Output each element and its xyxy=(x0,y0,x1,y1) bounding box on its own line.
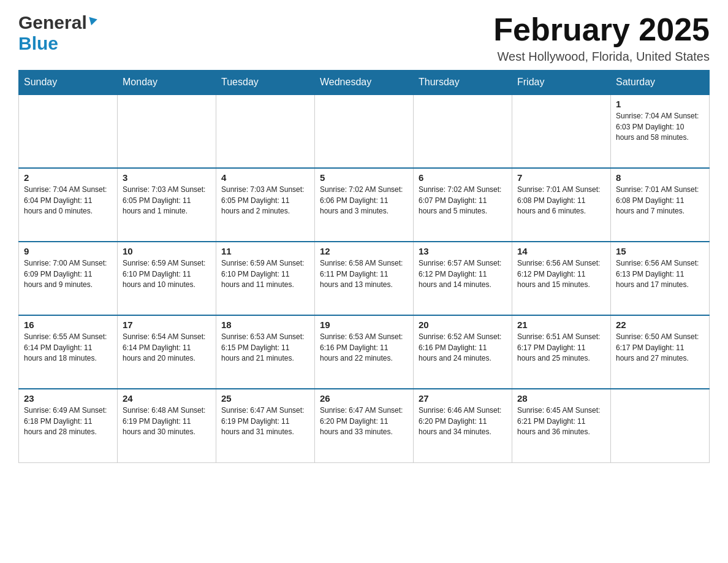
calendar-cell: 16Sunrise: 6:55 AM Sunset: 6:14 PM Dayli… xyxy=(19,315,118,389)
col-sunday: Sunday xyxy=(19,71,118,95)
title-area: February 2025 West Hollywood, Florida, U… xyxy=(493,12,710,64)
calendar-cell: 2Sunrise: 7:04 AM Sunset: 6:04 PM Daylig… xyxy=(19,168,118,242)
calendar-cell: 11Sunrise: 6:59 AM Sunset: 6:10 PM Dayli… xyxy=(216,242,315,315)
day-number: 6 xyxy=(419,172,507,183)
day-number: 5 xyxy=(320,172,408,183)
day-info: Sunrise: 6:52 AM Sunset: 6:16 PM Dayligh… xyxy=(419,332,507,364)
day-number: 23 xyxy=(24,393,112,404)
week-row-1: 1Sunrise: 7:04 AM Sunset: 6:03 PM Daylig… xyxy=(19,94,710,168)
day-info: Sunrise: 6:59 AM Sunset: 6:10 PM Dayligh… xyxy=(123,258,211,290)
calendar-cell xyxy=(118,94,216,168)
page-header: General Blue February 2025 West Hollywoo… xyxy=(18,12,710,64)
day-info: Sunrise: 6:49 AM Sunset: 6:18 PM Dayligh… xyxy=(24,405,112,437)
day-number: 11 xyxy=(221,246,309,256)
day-number: 15 xyxy=(616,246,704,256)
day-number: 28 xyxy=(517,393,605,404)
logo: General Blue xyxy=(18,12,99,54)
day-info: Sunrise: 7:02 AM Sunset: 6:06 PM Dayligh… xyxy=(320,185,408,216)
day-number: 27 xyxy=(419,393,507,404)
calendar-cell xyxy=(216,94,315,168)
calendar-cell: 5Sunrise: 7:02 AM Sunset: 6:06 PM Daylig… xyxy=(315,168,414,242)
day-info: Sunrise: 6:57 AM Sunset: 6:12 PM Dayligh… xyxy=(419,258,507,290)
calendar-cell: 26Sunrise: 6:47 AM Sunset: 6:20 PM Dayli… xyxy=(315,389,414,462)
calendar-cell xyxy=(315,94,414,168)
calendar-cell: 23Sunrise: 6:49 AM Sunset: 6:18 PM Dayli… xyxy=(19,389,118,462)
day-info: Sunrise: 6:46 AM Sunset: 6:20 PM Dayligh… xyxy=(419,405,507,437)
day-info: Sunrise: 7:01 AM Sunset: 6:08 PM Dayligh… xyxy=(616,185,704,216)
day-number: 2 xyxy=(24,172,112,183)
calendar-cell: 12Sunrise: 6:58 AM Sunset: 6:11 PM Dayli… xyxy=(315,242,414,315)
day-info: Sunrise: 7:03 AM Sunset: 6:05 PM Dayligh… xyxy=(123,185,211,216)
day-number: 21 xyxy=(517,320,605,330)
calendar-cell: 28Sunrise: 6:45 AM Sunset: 6:21 PM Dayli… xyxy=(512,389,611,462)
day-number: 8 xyxy=(616,172,704,183)
calendar-cell: 27Sunrise: 6:46 AM Sunset: 6:20 PM Dayli… xyxy=(414,389,512,462)
calendar-cell xyxy=(19,94,118,168)
day-number: 14 xyxy=(517,246,605,256)
day-info: Sunrise: 6:48 AM Sunset: 6:19 PM Dayligh… xyxy=(123,405,211,437)
month-title: February 2025 xyxy=(493,12,710,47)
day-info: Sunrise: 6:54 AM Sunset: 6:14 PM Dayligh… xyxy=(123,332,211,364)
day-number: 10 xyxy=(123,246,211,256)
day-number: 4 xyxy=(221,172,309,183)
day-info: Sunrise: 6:45 AM Sunset: 6:21 PM Dayligh… xyxy=(517,405,605,437)
day-number: 20 xyxy=(419,320,507,330)
col-friday: Friday xyxy=(512,71,611,95)
col-wednesday: Wednesday xyxy=(315,71,414,95)
calendar-cell: 9Sunrise: 7:00 AM Sunset: 6:09 PM Daylig… xyxy=(19,242,118,315)
col-thursday: Thursday xyxy=(414,71,512,95)
week-row-3: 9Sunrise: 7:00 AM Sunset: 6:09 PM Daylig… xyxy=(19,242,710,315)
calendar-cell: 7Sunrise: 7:01 AM Sunset: 6:08 PM Daylig… xyxy=(512,168,611,242)
week-row-2: 2Sunrise: 7:04 AM Sunset: 6:04 PM Daylig… xyxy=(19,168,710,242)
day-number: 7 xyxy=(517,172,605,183)
day-number: 1 xyxy=(616,99,704,109)
calendar-cell: 20Sunrise: 6:52 AM Sunset: 6:16 PM Dayli… xyxy=(414,315,512,389)
day-info: Sunrise: 6:50 AM Sunset: 6:17 PM Dayligh… xyxy=(616,332,704,364)
day-info: Sunrise: 7:04 AM Sunset: 6:03 PM Dayligh… xyxy=(616,111,704,143)
col-tuesday: Tuesday xyxy=(216,71,315,95)
logo-general-text: General xyxy=(18,12,87,33)
week-row-4: 16Sunrise: 6:55 AM Sunset: 6:14 PM Dayli… xyxy=(19,315,710,389)
logo-arrow-icon xyxy=(88,15,99,28)
day-info: Sunrise: 6:53 AM Sunset: 6:15 PM Dayligh… xyxy=(221,332,309,364)
calendar-cell: 24Sunrise: 6:48 AM Sunset: 6:19 PM Dayli… xyxy=(118,389,216,462)
day-number: 9 xyxy=(24,246,112,256)
day-number: 13 xyxy=(419,246,507,256)
calendar-cell: 13Sunrise: 6:57 AM Sunset: 6:12 PM Dayli… xyxy=(414,242,512,315)
calendar-cell: 21Sunrise: 6:51 AM Sunset: 6:17 PM Dayli… xyxy=(512,315,611,389)
day-number: 22 xyxy=(616,320,704,330)
calendar-cell: 22Sunrise: 6:50 AM Sunset: 6:17 PM Dayli… xyxy=(611,315,710,389)
week-row-5: 23Sunrise: 6:49 AM Sunset: 6:18 PM Dayli… xyxy=(19,389,710,462)
day-number: 16 xyxy=(24,320,112,330)
calendar-cell: 18Sunrise: 6:53 AM Sunset: 6:15 PM Dayli… xyxy=(216,315,315,389)
logo-blue-text: Blue xyxy=(18,33,58,53)
day-number: 19 xyxy=(320,320,408,330)
day-number: 24 xyxy=(123,393,211,404)
calendar-cell: 8Sunrise: 7:01 AM Sunset: 6:08 PM Daylig… xyxy=(611,168,710,242)
day-number: 18 xyxy=(221,320,309,330)
day-info: Sunrise: 6:58 AM Sunset: 6:11 PM Dayligh… xyxy=(320,258,408,290)
calendar-cell: 17Sunrise: 6:54 AM Sunset: 6:14 PM Dayli… xyxy=(118,315,216,389)
calendar-cell xyxy=(512,94,611,168)
calendar-cell: 19Sunrise: 6:53 AM Sunset: 6:16 PM Dayli… xyxy=(315,315,414,389)
col-monday: Monday xyxy=(118,71,216,95)
col-saturday: Saturday xyxy=(611,71,710,95)
day-info: Sunrise: 7:00 AM Sunset: 6:09 PM Dayligh… xyxy=(24,258,112,290)
day-info: Sunrise: 6:59 AM Sunset: 6:10 PM Dayligh… xyxy=(221,258,309,290)
calendar-cell: 4Sunrise: 7:03 AM Sunset: 6:05 PM Daylig… xyxy=(216,168,315,242)
day-number: 26 xyxy=(320,393,408,404)
day-info: Sunrise: 6:47 AM Sunset: 6:19 PM Dayligh… xyxy=(221,405,309,437)
day-info: Sunrise: 6:56 AM Sunset: 6:12 PM Dayligh… xyxy=(517,258,605,290)
calendar-cell xyxy=(414,94,512,168)
day-number: 25 xyxy=(221,393,309,404)
day-info: Sunrise: 6:55 AM Sunset: 6:14 PM Dayligh… xyxy=(24,332,112,364)
calendar-cell: 1Sunrise: 7:04 AM Sunset: 6:03 PM Daylig… xyxy=(611,94,710,168)
day-number: 12 xyxy=(320,246,408,256)
day-info: Sunrise: 6:51 AM Sunset: 6:17 PM Dayligh… xyxy=(517,332,605,364)
day-info: Sunrise: 6:53 AM Sunset: 6:16 PM Dayligh… xyxy=(320,332,408,364)
calendar-cell: 10Sunrise: 6:59 AM Sunset: 6:10 PM Dayli… xyxy=(118,242,216,315)
calendar-cell xyxy=(611,389,710,462)
day-info: Sunrise: 7:03 AM Sunset: 6:05 PM Dayligh… xyxy=(221,185,309,216)
day-info: Sunrise: 6:56 AM Sunset: 6:13 PM Dayligh… xyxy=(616,258,704,290)
calendar-cell: 25Sunrise: 6:47 AM Sunset: 6:19 PM Dayli… xyxy=(216,389,315,462)
